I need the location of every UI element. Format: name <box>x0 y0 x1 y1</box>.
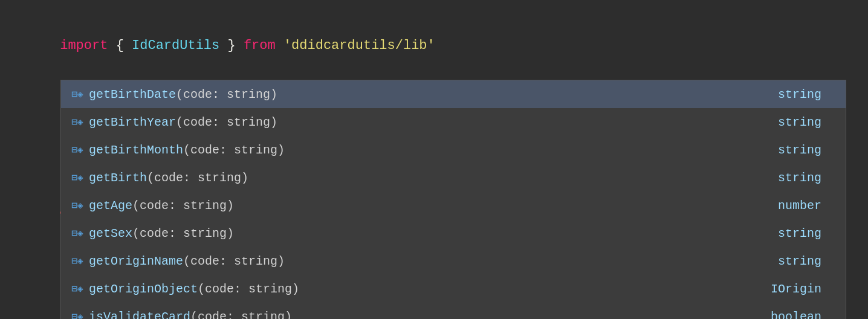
method-name-isValidateCard: isValidateCard <box>89 310 190 320</box>
editor-container: import { IdCardUtils } from 'ddidcarduti… <box>0 0 868 319</box>
method-params-getBirthYear: (code: string) <box>176 115 277 129</box>
autocomplete-dropdown: ⊟◈ getBirthDate(code: string) string ⊟◈ … <box>60 80 846 319</box>
autocomplete-item-getAge[interactable]: ⊟◈ getAge(code: string) number <box>61 192 846 219</box>
autocomplete-item-getBirthYear[interactable]: ⊟◈ getBirthYear(code: string) string <box>61 108 846 136</box>
method-icon-getBirthMonth: ⊟◈ <box>71 143 84 156</box>
autocomplete-item-getSex[interactable]: ⊟◈ getSex(code: string) string <box>61 219 846 247</box>
method-name-getAge: getAge <box>89 199 132 213</box>
return-type-getAge: number <box>778 199 821 213</box>
method-name-getBirthDate: getBirthDate <box>89 88 176 102</box>
keyword-from: from <box>244 38 276 53</box>
method-name-getSex: getSex <box>89 227 132 240</box>
method-name-getOriginObject: getOriginObject <box>89 282 198 296</box>
return-type-getBirth: string <box>778 171 821 185</box>
return-type-getBirthYear: string <box>778 115 821 129</box>
method-params-getOriginObject: (code: string) <box>198 282 299 296</box>
method-name-getOriginName: getOriginName <box>89 254 183 268</box>
method-params-isValidateCard: (code: string) <box>190 310 292 320</box>
code-line-1: import { IdCardUtils } from 'ddidcarduti… <box>12 6 856 86</box>
method-icon-getBirthYear: ⊟◈ <box>71 115 84 129</box>
method-params-getBirthMonth: (code: string) <box>183 143 285 157</box>
string-token: 'ddidcardutils/lib' <box>283 38 435 53</box>
method-icon-isValidateCard: ⊟◈ <box>71 310 84 319</box>
autocomplete-item-getBirthMonth[interactable]: ⊟◈ getBirthMonth(code: string) string <box>61 136 846 164</box>
return-type-getOriginObject: IOrigin <box>771 282 821 296</box>
class-name-token: IdCardUtils <box>132 38 219 53</box>
autocomplete-item-getOriginObject[interactable]: ⊟◈ getOriginObject(code: string) IOrigin <box>61 275 846 303</box>
method-name-getBirthYear: getBirthYear <box>89 115 176 129</box>
autocomplete-item-isValidateCard[interactable]: ⊟◈ isValidateCard(code: string) boolean <box>61 303 846 319</box>
method-icon-getOriginObject: ⊟◈ <box>71 282 84 295</box>
method-params-getBirthDate: (code: string) <box>176 88 277 102</box>
method-icon-getOriginName: ⊟◈ <box>71 254 84 268</box>
method-params-getBirth: (code: string) <box>147 171 248 185</box>
return-type-getBirthDate: string <box>778 88 821 102</box>
return-type-getBirthMonth: string <box>778 143 821 157</box>
method-name-getBirthMonth: getBirthMonth <box>89 143 183 157</box>
method-params-getOriginName: (code: string) <box>183 254 285 268</box>
method-icon-getSex: ⊟◈ <box>71 227 84 240</box>
method-icon-getBirthDate: ⊟◈ <box>71 88 84 101</box>
method-params-getSex: (code: string) <box>132 227 234 240</box>
method-icon-getAge: ⊟◈ <box>71 199 84 212</box>
method-params-getAge: (code: string) <box>132 199 234 213</box>
return-type-getSex: string <box>778 227 821 240</box>
method-icon-getBirth: ⊟◈ <box>71 171 84 184</box>
method-name-getBirth: getBirth <box>89 171 147 185</box>
autocomplete-item-getBirthDate[interactable]: ⊟◈ getBirthDate(code: string) string <box>61 80 846 108</box>
return-type-getOriginName: string <box>778 254 821 268</box>
autocomplete-item-getBirth[interactable]: ⊟◈ getBirth(code: string) string <box>61 164 846 192</box>
autocomplete-item-getOriginName[interactable]: ⊟◈ getOriginName(code: string) string <box>61 247 846 275</box>
code-editor[interactable]: import { IdCardUtils } from 'ddidcarduti… <box>0 0 868 80</box>
keyword-import: import <box>60 38 108 53</box>
return-type-isValidateCard: boolean <box>771 310 821 320</box>
